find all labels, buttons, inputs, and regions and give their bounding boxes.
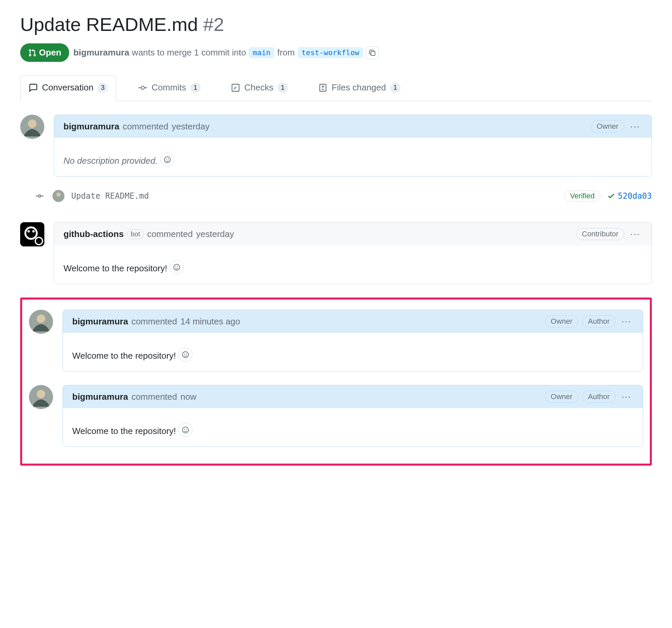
add-reaction-button[interactable] bbox=[178, 423, 193, 437]
checklist-icon bbox=[231, 83, 240, 92]
role-pill-author: Author bbox=[582, 391, 616, 403]
comment-action: commented bbox=[147, 229, 193, 239]
svg-point-21 bbox=[26, 228, 36, 238]
diff-icon bbox=[318, 83, 328, 92]
svg-point-36 bbox=[183, 427, 189, 433]
commit-author-avatar[interactable] bbox=[52, 190, 65, 202]
add-reaction-button[interactable] bbox=[178, 348, 193, 362]
copy-icon bbox=[368, 49, 376, 57]
avatar-bot[interactable] bbox=[20, 222, 44, 247]
svg-point-18 bbox=[56, 192, 61, 197]
comment-box: bigmuramura commented now Owner Author ·… bbox=[63, 385, 643, 447]
commit-message[interactable]: Update README.md bbox=[71, 191, 557, 201]
add-reaction-button[interactable] bbox=[170, 260, 184, 274]
comment-menu-button[interactable]: ··· bbox=[628, 121, 642, 132]
svg-point-23 bbox=[32, 230, 34, 232]
svg-point-31 bbox=[183, 352, 189, 358]
comment-author[interactable]: github-actions bbox=[64, 229, 124, 239]
base-branch-chip[interactable]: main bbox=[249, 47, 274, 58]
bot-chip: bot bbox=[127, 229, 144, 239]
comment-body: Welcome to the repository! bbox=[63, 408, 643, 446]
comment-body: No description provided. bbox=[54, 138, 651, 176]
svg-point-28 bbox=[178, 266, 178, 267]
check-icon bbox=[607, 192, 615, 200]
pr-number: #2 bbox=[203, 14, 224, 35]
tab-checks-label: Checks bbox=[244, 83, 273, 93]
comment-box: github-actions bot commented yesterday C… bbox=[54, 222, 652, 284]
comment-menu-button[interactable]: ··· bbox=[620, 316, 633, 327]
pr-status-text: Open bbox=[39, 47, 61, 58]
add-reaction-button[interactable] bbox=[160, 153, 174, 167]
svg-point-32 bbox=[185, 354, 185, 354]
comment-box: bigmuramura commented 14 minutes ago Own… bbox=[63, 310, 643, 371]
comment-icon bbox=[28, 83, 38, 92]
conversation-timeline: bigmuramura commented yesterday Owner ··… bbox=[20, 115, 652, 466]
comment-item: bigmuramura commented 14 minutes ago Own… bbox=[29, 310, 643, 371]
verified-badge[interactable]: Verified bbox=[564, 191, 600, 201]
smiley-icon bbox=[182, 351, 190, 359]
tab-files[interactable]: Files changed 1 bbox=[310, 75, 409, 101]
commit-sha: 520da03 bbox=[618, 191, 652, 201]
role-pill-owner: Owner bbox=[545, 391, 578, 403]
svg-point-22 bbox=[28, 230, 30, 232]
commit-sha-link[interactable]: 520da03 bbox=[607, 191, 652, 201]
comment-menu-button[interactable]: ··· bbox=[620, 391, 633, 402]
role-pill-owner: Owner bbox=[591, 120, 624, 133]
user-avatar-icon bbox=[29, 310, 53, 334]
tab-commits-label: Commits bbox=[151, 83, 186, 93]
comment-item: github-actions bot commented yesterday C… bbox=[20, 222, 652, 284]
commit-node-icon bbox=[33, 190, 46, 202]
role-pill-contributor: Contributor bbox=[576, 228, 624, 240]
pull-request-icon bbox=[28, 49, 36, 57]
comment-author[interactable]: bigmuramura bbox=[72, 316, 128, 327]
copy-branch-button[interactable] bbox=[366, 46, 379, 59]
pr-meta-text: bigmuramura wants to merge 1 commit into… bbox=[73, 46, 379, 59]
comment-text: Welcome to the repository! bbox=[72, 426, 176, 436]
pr-meta: Open bigmuramura wants to merge 1 commit… bbox=[20, 43, 652, 62]
role-pill-owner: Owner bbox=[545, 315, 578, 327]
tab-commits-count: 1 bbox=[190, 83, 200, 93]
comment-header: bigmuramura commented 14 minutes ago Own… bbox=[63, 310, 643, 333]
svg-point-30 bbox=[37, 314, 45, 323]
comment-body: Welcome to the repository! bbox=[63, 333, 643, 371]
svg-point-11 bbox=[164, 157, 170, 163]
svg-point-26 bbox=[174, 264, 180, 270]
commit-icon bbox=[138, 83, 147, 92]
svg-point-13 bbox=[168, 159, 168, 159]
pr-merge-text-1: wants to merge 1 commit into bbox=[132, 47, 246, 58]
svg-point-14 bbox=[39, 195, 41, 197]
comment-header: github-actions bot commented yesterday C… bbox=[54, 223, 651, 246]
comment-time[interactable]: yesterday bbox=[172, 121, 210, 132]
smiley-icon bbox=[163, 156, 171, 164]
tab-conversation[interactable]: Conversation 3 bbox=[20, 75, 116, 101]
pr-title: Update README.md #2 bbox=[20, 14, 652, 35]
tab-commits[interactable]: Commits 1 bbox=[130, 75, 209, 101]
pr-author[interactable]: bigmuramura bbox=[73, 47, 129, 58]
tab-files-count: 1 bbox=[390, 83, 401, 93]
comment-item: bigmuramura commented yesterday Owner ··… bbox=[20, 115, 652, 177]
pr-status-badge: Open bbox=[20, 43, 69, 62]
comment-box: bigmuramura commented yesterday Owner ··… bbox=[54, 115, 652, 177]
comment-action: commented bbox=[131, 316, 177, 327]
avatar[interactable] bbox=[20, 115, 44, 139]
comment-time[interactable]: 14 minutes ago bbox=[181, 316, 240, 327]
user-avatar-icon bbox=[29, 385, 53, 409]
avatar[interactable] bbox=[29, 310, 53, 334]
comment-time[interactable]: yesterday bbox=[196, 229, 234, 239]
comment-author[interactable]: bigmuramura bbox=[64, 121, 119, 132]
tab-checks[interactable]: Checks 1 bbox=[222, 75, 296, 101]
head-branch-chip[interactable]: test-workflow bbox=[297, 47, 363, 58]
smiley-icon bbox=[182, 426, 190, 434]
tab-checks-count: 1 bbox=[278, 83, 288, 93]
comment-header: bigmuramura commented yesterday Owner ··… bbox=[54, 115, 651, 138]
comment-menu-button[interactable]: ··· bbox=[628, 229, 642, 239]
comment-author[interactable]: bigmuramura bbox=[72, 392, 128, 402]
comment-placeholder: No description provided. bbox=[64, 156, 158, 166]
role-pill-author: Author bbox=[582, 315, 616, 327]
pr-title-text: Update README.md bbox=[20, 14, 198, 35]
comment-text: Welcome to the repository! bbox=[72, 351, 176, 361]
svg-point-1 bbox=[141, 86, 144, 89]
svg-point-10 bbox=[28, 119, 36, 128]
avatar[interactable] bbox=[29, 385, 53, 409]
comment-time[interactable]: now bbox=[181, 392, 196, 402]
